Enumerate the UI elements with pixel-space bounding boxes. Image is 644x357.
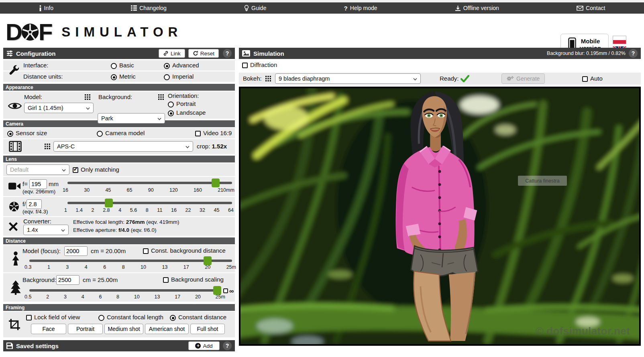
checkbox-only-matching[interactable]: ✓ — [73, 167, 78, 173]
slider-handle[interactable] — [105, 199, 113, 207]
american-shot-button[interactable]: American shot — [145, 324, 189, 334]
tick-label: 4 — [85, 264, 88, 270]
simulation-help-button[interactable]: ? — [629, 49, 638, 58]
distance-section-bar: Distance — [3, 237, 235, 244]
bokeh-select[interactable]: 9 blades diaphragm — [275, 73, 421, 84]
model-distance-input[interactable] — [64, 246, 88, 256]
sliders-icon — [6, 50, 13, 57]
nav-help-mode[interactable]: ? Help mode — [340, 2, 381, 14]
ready-label: Ready: — [440, 75, 459, 82]
radio-units-metric[interactable] — [111, 74, 117, 80]
sensor-grid-picker-icon[interactable] — [45, 144, 50, 149]
face-shot-button[interactable]: Face — [31, 324, 66, 334]
tick-label: 20 — [195, 294, 201, 300]
checkbox-diffraction[interactable] — [242, 63, 248, 68]
distance-units-label: Distance units: — [23, 73, 63, 80]
slider-handle[interactable] — [204, 256, 212, 265]
tick-label: 17 — [183, 264, 189, 270]
aperture-row: f/ (eqv. f/4.3) 11.422.845.6811162232456… — [3, 197, 235, 216]
model-select[interactable]: Girl 1 (1.45m) — [24, 103, 94, 113]
appearance-section-bar: Appearance — [3, 84, 235, 91]
section-title: Framing — [6, 305, 24, 310]
bokeh-grid-picker-icon[interactable] — [265, 76, 271, 81]
converter-select[interactable]: 1.4x — [23, 225, 69, 235]
tick-label: 30 — [84, 187, 90, 193]
focal-ticks: 1630456590120160210mm — [63, 187, 234, 193]
chevron-down-icon — [86, 106, 90, 110]
radio-interface-basic[interactable] — [111, 63, 117, 69]
checkbox-background-scaling[interactable] — [163, 277, 169, 283]
radio-constant-distance[interactable] — [170, 315, 176, 321]
focal-length-slider[interactable] — [67, 182, 232, 184]
tick-label: 4 — [118, 207, 121, 213]
focal-length-input[interactable] — [29, 179, 47, 189]
radio-constant-focal-length[interactable] — [98, 315, 104, 321]
simulation-image[interactable]: © dofsimulator.net Cattura finestra — [239, 87, 641, 346]
nav-offline-version[interactable]: Offline version — [451, 2, 503, 14]
flag-poland[interactable] — [613, 36, 626, 44]
checkbox-infinity[interactable] — [223, 288, 228, 293]
medium-shot-button[interactable]: Medium shot — [104, 324, 143, 334]
aperture-slider[interactable] — [67, 202, 232, 204]
model-distance-slider[interactable] — [29, 260, 232, 262]
framing-section-bar: Framing — [3, 304, 235, 311]
tick-label: 0.3 — [24, 264, 31, 270]
radio-sensor-size[interactable] — [7, 131, 13, 137]
section-title: Appearance — [6, 85, 33, 90]
checkbox-lock-field-of-view[interactable] — [26, 315, 32, 320]
tick-label: 210mm — [218, 187, 234, 193]
radio-orientation-landscape[interactable] — [168, 110, 174, 116]
ready-check-icon — [461, 75, 469, 82]
nav-guide[interactable]: Guide — [240, 2, 270, 14]
background-grid-picker-icon[interactable] — [158, 94, 164, 100]
checkbox-auto[interactable] — [582, 76, 588, 82]
model-grid-picker-icon[interactable] — [85, 94, 90, 100]
generate-button[interactable]: Generate — [501, 73, 545, 84]
link-button[interactable]: Link — [159, 49, 185, 58]
slider-track[interactable] — [67, 182, 232, 184]
background-distance-slider[interactable] — [29, 289, 221, 292]
interface-row: Interface: Basic Advanced — [3, 60, 235, 71]
slider-track[interactable] — [29, 260, 232, 262]
converter-row: Converter: 1.4x Effective focal length: … — [3, 217, 235, 236]
radio-camera-model[interactable] — [97, 131, 103, 137]
checkbox-const-background-distance[interactable] — [143, 248, 149, 254]
slider-track[interactable] — [67, 202, 232, 204]
saved-settings-title: Saved settings — [16, 343, 59, 349]
nav-info[interactable]: Info — [35, 2, 57, 14]
radio-interface-advanced[interactable] — [164, 63, 170, 69]
reset-button[interactable]: Reset — [188, 49, 219, 58]
lightbulb-icon — [244, 5, 249, 12]
tick-label: 8 — [122, 264, 125, 270]
slider-handle[interactable] — [212, 178, 220, 187]
tick-label: 1 — [47, 264, 50, 270]
add-setting-button[interactable]: + Add — [188, 341, 220, 350]
aperture-input[interactable] — [26, 199, 42, 209]
focal-input-group: f=mm — [22, 179, 59, 189]
background-select[interactable]: Park — [98, 113, 165, 124]
radio-orientation-portrait[interactable] — [168, 101, 174, 108]
portrait-shot-button[interactable]: Portrait — [68, 324, 103, 334]
section-title: Camera — [6, 121, 23, 127]
configuration-help-button[interactable]: ? — [223, 49, 232, 58]
full-shot-button[interactable]: Full shot — [190, 324, 225, 334]
nav-changelog[interactable]: Changelog — [127, 2, 171, 14]
checkbox-label: Only matching — [81, 166, 119, 173]
crop-label: crop: — [197, 143, 210, 150]
lens-select[interactable]: Default — [6, 164, 69, 175]
tick-label: 13 — [155, 294, 160, 300]
question-icon: ? — [226, 50, 229, 57]
logo-bar: D F SIMULATOR Mobile version — [0, 14, 644, 48]
background-distance-input[interactable] — [56, 275, 79, 285]
slider-handle[interactable] — [213, 286, 221, 295]
slider-track[interactable] — [29, 289, 221, 292]
section-title: Distance — [6, 238, 26, 244]
saved-settings-help-button[interactable]: ? — [223, 341, 232, 350]
radio-units-imperial[interactable] — [164, 74, 170, 80]
aperture-input-group: f/ — [22, 199, 42, 209]
checkbox-video-169[interactable] — [195, 131, 201, 136]
background-blur-readout: Background blur: 0.195mm / 0.82% — [547, 51, 626, 56]
reset-button-label: Reset — [200, 51, 214, 57]
nav-contact[interactable]: Contact — [573, 2, 609, 14]
sensor-size-select[interactable]: APS-C — [53, 141, 193, 152]
